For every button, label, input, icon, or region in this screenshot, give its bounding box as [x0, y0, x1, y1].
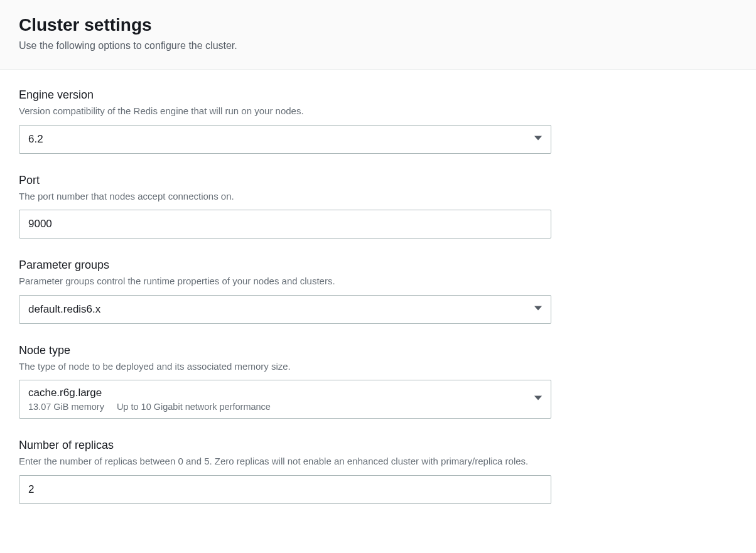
node-type-value: cache.r6g.large [28, 387, 102, 399]
page-description: Use the following options to configure t… [19, 40, 737, 51]
engine-version-select[interactable]: 6.2 [19, 125, 551, 154]
node-type-group: Node type The type of node to be deploye… [19, 344, 737, 419]
cluster-settings-header: Cluster settings Use the following optio… [0, 0, 756, 70]
port-group: Port The port number that nodes accept c… [19, 174, 737, 239]
cluster-settings-form: Engine version Version compatibility of … [0, 70, 756, 523]
node-type-memory: 13.07 GiB memory [28, 402, 104, 412]
parameter-groups-group: Parameter groups Parameter groups contro… [19, 259, 737, 324]
node-type-hint: The type of node to be deployed and its … [19, 360, 737, 374]
number-of-replicas-input[interactable] [19, 475, 551, 504]
node-type-label: Node type [19, 344, 737, 357]
engine-version-label: Engine version [19, 89, 737, 102]
node-type-network: Up to 10 Gigabit network performance [117, 402, 271, 412]
parameter-groups-label: Parameter groups [19, 259, 737, 272]
parameter-groups-value: default.redis6.x [28, 303, 100, 316]
port-input[interactable] [19, 210, 551, 239]
node-type-details: 13.07 GiB memory Up to 10 Gigabit networ… [28, 402, 271, 412]
engine-version-hint: Version compatibility of the Redis engin… [19, 104, 737, 119]
engine-version-group: Engine version Version compatibility of … [19, 89, 737, 154]
parameter-groups-hint: Parameter groups control the runtime pro… [19, 274, 737, 289]
node-type-select[interactable]: cache.r6g.large 13.07 GiB memory Up to 1… [19, 380, 551, 419]
page-title: Cluster settings [19, 15, 737, 35]
number-of-replicas-group: Number of replicas Enter the number of r… [19, 439, 737, 504]
number-of-replicas-label: Number of replicas [19, 439, 737, 452]
engine-version-value: 6.2 [28, 133, 43, 146]
port-label: Port [19, 174, 737, 187]
parameter-groups-select[interactable]: default.redis6.x [19, 295, 551, 324]
port-hint: The port number that nodes accept connec… [19, 190, 737, 204]
number-of-replicas-hint: Enter the number of replicas between 0 a… [19, 454, 737, 469]
